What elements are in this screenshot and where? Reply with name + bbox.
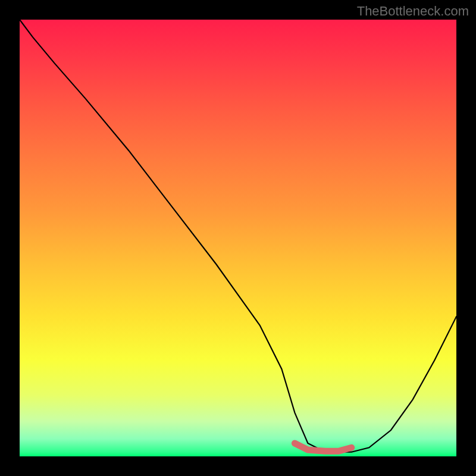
highlight-band-line [295, 443, 351, 451]
chart-svg [20, 20, 456, 456]
chart-plot-area [20, 20, 456, 456]
watermark-text: TheBottleneck.com [357, 4, 469, 19]
bottleneck-curve-line [20, 20, 456, 452]
